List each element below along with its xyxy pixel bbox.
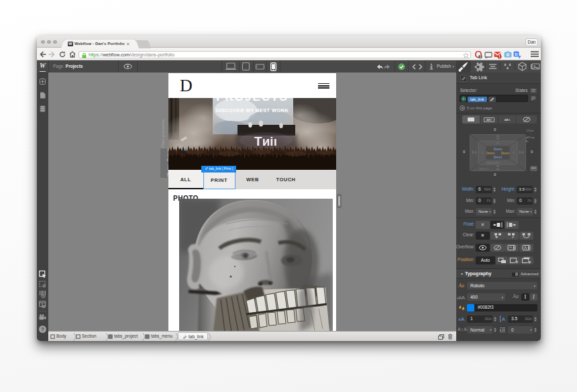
svg-text:0rem: 0rem [501, 151, 509, 155]
svg-text:A: A [502, 317, 505, 322]
svg-text:0rem: 0rem [486, 151, 494, 155]
svg-text:PADDING: PADDING [486, 162, 497, 164]
svg-text:Drag: Drag [527, 136, 535, 139]
svg-text:PROJECTS: PROJECTS [216, 98, 288, 103]
svg-text:A: A [523, 246, 526, 250]
svg-text:MARGIN: MARGIN [479, 168, 488, 170]
svg-text:1: 1 [499, 54, 501, 58]
svg-text:D: D [515, 52, 518, 56]
svg-text:0rem: 0rem [493, 155, 502, 159]
svg-text:Tиiı: Tиiı [254, 134, 277, 148]
svg-text:DISCOVER MY BEST WORK: DISCOVER MY BEST WORK [216, 107, 289, 113]
